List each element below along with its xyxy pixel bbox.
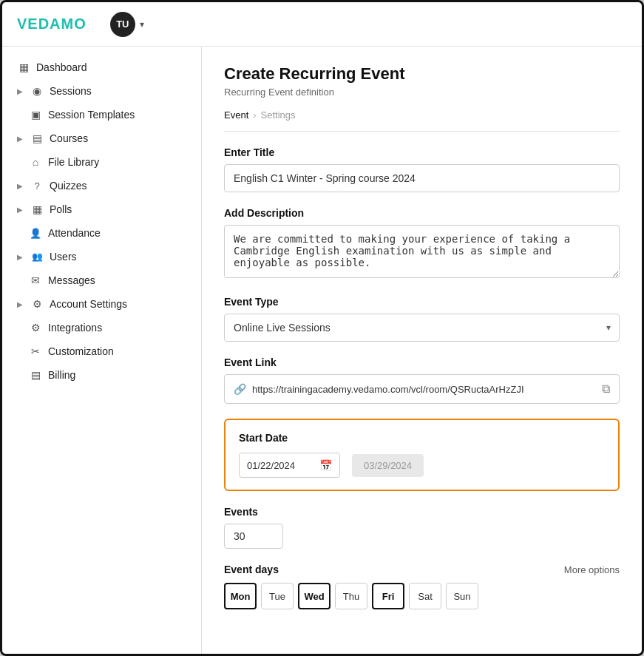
event-days-label: Event days	[224, 564, 279, 575]
main-content: Create Recurring Event Recurring Event d…	[202, 47, 642, 654]
day-button-tue[interactable]: Tue	[261, 583, 294, 609]
sidebar-item-label: Courses	[50, 132, 88, 144]
sidebar-item-label: File Library	[48, 156, 99, 168]
billing-icon: ▤	[29, 369, 42, 381]
more-options-link[interactable]: More options	[564, 564, 620, 575]
breadcrumb-settings[interactable]: Settings	[261, 109, 296, 121]
sidebar-item-label: Attendance	[48, 227, 101, 239]
day-button-fri[interactable]: Fri	[372, 583, 404, 609]
account-settings-icon: ⚙	[30, 298, 44, 310]
breadcrumb: Event › Settings	[224, 109, 620, 132]
users-icon: 👥	[30, 251, 44, 262]
event-link-wrapper: 🔗 https://trainingacademy.vedamo.com/vcl…	[224, 374, 620, 404]
chevron-right-icon: ▶	[17, 253, 23, 261]
sidebar: ▦ Dashboard ▶ ◉ Sessions ▣ Session Templ…	[2, 47, 202, 654]
sidebar-item-dashboard[interactable]: ▦ Dashboard	[2, 55, 201, 79]
customization-icon: ✂	[29, 345, 42, 357]
link-icon: 🔗	[234, 383, 246, 395]
event-days-section: Event days More options MonTueWedThuFriS…	[224, 564, 620, 609]
app-window: VEDAMO TU ▾ ▦ Dashboard ▶ ◉ Sessions ▣ S…	[0, 0, 644, 656]
file-library-icon: ⌂	[29, 156, 42, 168]
event-type-section: Event Type Online Live Sessions ▾	[224, 296, 620, 342]
sidebar-item-billing[interactable]: ▤ Billing	[2, 363, 201, 387]
sidebar-item-users[interactable]: ▶ 👥 Users	[2, 245, 201, 268]
date-fields: 📅 03/29/2024	[239, 453, 605, 478]
attendance-icon: 👤	[29, 228, 42, 239]
sidebar-item-label: Billing	[48, 369, 75, 381]
event-link-section: Event Link 🔗 https://trainingacademy.ved…	[224, 356, 620, 404]
day-button-sun[interactable]: Sun	[446, 583, 478, 609]
sidebar-item-label: Sessions	[50, 85, 92, 97]
sidebar-item-label: Users	[50, 251, 77, 263]
description-section: Add Description We are committed to maki…	[224, 207, 620, 281]
end-date-display: 03/29/2024	[352, 454, 424, 477]
event-type-label: Event Type	[224, 296, 620, 308]
page-title: Create Recurring Event	[224, 64, 620, 84]
events-input[interactable]	[224, 524, 283, 549]
day-button-sat[interactable]: Sat	[409, 583, 441, 609]
sidebar-item-sessions[interactable]: ▶ ◉ Sessions	[2, 79, 201, 103]
day-button-mon[interactable]: Mon	[224, 583, 257, 609]
sidebar-item-label: Quizzes	[50, 180, 87, 192]
day-button-thu[interactable]: Thu	[335, 583, 367, 609]
calendar-icon: 📅	[319, 459, 332, 471]
courses-icon: ▤	[30, 132, 44, 144]
sidebar-item-polls[interactable]: ▶ ▦ Polls	[2, 197, 201, 221]
polls-icon: ▦	[30, 203, 44, 215]
app-logo: VEDAMO	[17, 16, 87, 33]
description-input[interactable]: We are committed to making your experien…	[224, 225, 620, 278]
chevron-right-icon: ▶	[17, 206, 23, 214]
sidebar-item-label: Dashboard	[36, 61, 87, 73]
sidebar-item-courses[interactable]: ▶ ▤ Courses	[2, 126, 201, 150]
sidebar-item-file-library[interactable]: ⌂ File Library	[2, 150, 201, 174]
user-menu[interactable]: TU ▾	[98, 12, 144, 37]
event-type-select[interactable]: Online Live Sessions	[224, 314, 620, 342]
chevron-right-icon: ▶	[17, 135, 23, 143]
avatar: TU	[110, 12, 135, 37]
event-type-select-wrapper: Online Live Sessions ▾	[224, 314, 620, 342]
breadcrumb-event[interactable]: Event	[224, 109, 248, 121]
messages-icon: ✉	[29, 274, 42, 286]
events-section: Events	[224, 506, 620, 549]
sidebar-item-label: Account Settings	[50, 298, 127, 310]
sidebar-item-session-templates[interactable]: ▣ Session Templates	[2, 103, 201, 126]
sidebar-item-integrations[interactable]: ⚙ Integrations	[2, 316, 201, 339]
sidebar-item-messages[interactable]: ✉ Messages	[2, 268, 201, 292]
start-date-input[interactable]	[247, 460, 313, 471]
page-subtitle: Recurring Event definition	[224, 87, 620, 98]
start-date-label: Start Date	[239, 432, 605, 444]
chevron-down-icon: ▾	[140, 19, 144, 30]
title-input[interactable]	[224, 164, 620, 192]
sessions-icon: ◉	[30, 85, 44, 97]
sidebar-item-quizzes[interactable]: ▶ ? Quizzes	[2, 174, 201, 197]
session-templates-icon: ▣	[29, 109, 42, 121]
day-button-wed[interactable]: Wed	[298, 583, 331, 609]
day-buttons: MonTueWedThuFriSatSun	[224, 583, 620, 609]
sidebar-item-label: Customization	[48, 345, 114, 357]
sidebar-item-label: Session Templates	[48, 109, 135, 121]
quizzes-icon: ?	[30, 180, 44, 192]
sidebar-item-account-settings[interactable]: ▶ ⚙ Account Settings	[2, 292, 201, 316]
breadcrumb-separator: ›	[253, 109, 256, 121]
title-label: Enter Title	[224, 146, 620, 158]
copy-icon[interactable]: ⧉	[602, 382, 610, 396]
chevron-right-icon: ▶	[17, 182, 23, 190]
dashboard-icon: ▦	[17, 61, 30, 73]
sidebar-item-label: Integrations	[48, 322, 102, 334]
description-label: Add Description	[224, 207, 620, 219]
event-link-url: https://trainingacademy.vedamo.com/vcl/r…	[252, 384, 596, 395]
event-days-header: Event days More options	[224, 564, 620, 575]
sidebar-item-customization[interactable]: ✂ Customization	[2, 339, 201, 363]
chevron-right-icon: ▶	[17, 87, 23, 95]
chevron-right-icon: ▶	[17, 300, 23, 308]
title-section: Enter Title	[224, 146, 620, 192]
events-label: Events	[224, 506, 620, 518]
top-bar: VEDAMO TU ▾	[2, 2, 642, 47]
event-link-label: Event Link	[224, 356, 620, 368]
start-date-input-wrapper: 📅	[239, 453, 340, 478]
app-layout: ▦ Dashboard ▶ ◉ Sessions ▣ Session Templ…	[2, 47, 642, 654]
sidebar-item-attendance[interactable]: 👤 Attendance	[2, 221, 201, 245]
sidebar-item-label: Messages	[48, 274, 95, 286]
start-date-box: Start Date 📅 03/29/2024	[224, 419, 620, 491]
integrations-icon: ⚙	[29, 322, 42, 334]
